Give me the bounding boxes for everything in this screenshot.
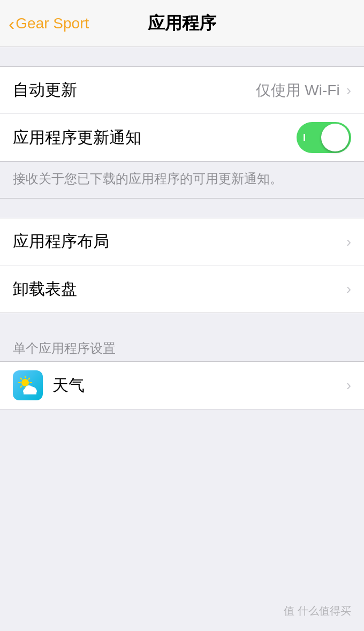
update-description-row: 接收关于您已下载的应用程序的可用更新通知。 — [0, 162, 364, 199]
uninstall-watch-face-row[interactable]: 卸载表盘 › — [0, 265, 364, 313]
auto-update-value: 仅使用 Wi-Fi — [256, 80, 340, 101]
svg-line-5 — [21, 378, 22, 379]
app-update-notify-toggle[interactable]: I — [297, 122, 351, 153]
middle-gap-1 — [0, 199, 364, 218]
app-layout-label: 应用程序布局 — [13, 231, 346, 253]
svg-point-0 — [21, 379, 29, 386]
back-button[interactable]: ‹ Gear Sport — [4, 10, 93, 37]
navigation-bar: ‹ Gear Sport 应用程序 — [0, 0, 364, 47]
chevron-right-icon-layout: › — [346, 233, 351, 250]
weather-app-icon — [13, 370, 43, 400]
layout-group: 应用程序布局 › 卸载表盘 › — [0, 218, 364, 313]
section-header-text: 单个应用程序设置 — [13, 341, 116, 355]
chevron-right-icon: › — [346, 82, 351, 99]
update-description-text: 接收关于您已下载的应用程序的可用更新通知。 — [13, 171, 283, 186]
toggle-knob — [321, 124, 349, 151]
watermark: 值 什么值得买 — [284, 604, 351, 618]
svg-line-7 — [28, 378, 29, 379]
update-settings-group: 自动更新 仅使用 Wi-Fi › 应用程序更新通知 I — [0, 66, 364, 162]
auto-update-label: 自动更新 — [13, 79, 256, 101]
svg-point-13 — [25, 385, 33, 392]
individual-apps-section-header: 单个应用程序设置 — [0, 332, 364, 361]
uninstall-watch-face-label: 卸载表盘 — [13, 278, 346, 300]
auto-update-row[interactable]: 自动更新 仅使用 Wi-Fi › — [0, 67, 364, 114]
toggle-container: I — [297, 122, 351, 153]
app-update-notify-row[interactable]: 应用程序更新通知 I — [0, 114, 364, 161]
page-title: 应用程序 — [148, 12, 216, 35]
svg-line-8 — [21, 386, 22, 387]
weather-row[interactable]: 天气 › — [0, 362, 364, 409]
individual-apps-group: 天气 › — [0, 361, 364, 409]
app-layout-row[interactable]: 应用程序布局 › — [0, 218, 364, 265]
top-gap — [0, 47, 364, 66]
chevron-right-icon-uninstall: › — [346, 280, 351, 298]
chevron-right-icon-weather: › — [346, 377, 351, 394]
chevron-left-icon: ‹ — [9, 14, 14, 33]
toggle-on-text: I — [303, 132, 306, 143]
back-label: Gear Sport — [16, 15, 89, 32]
app-update-notify-label: 应用程序更新通知 — [13, 127, 297, 149]
bottom-empty-area — [0, 409, 364, 624]
weather-icon-svg — [17, 374, 39, 397]
weather-label: 天气 — [52, 375, 346, 397]
middle-gap-2 — [0, 313, 364, 332]
